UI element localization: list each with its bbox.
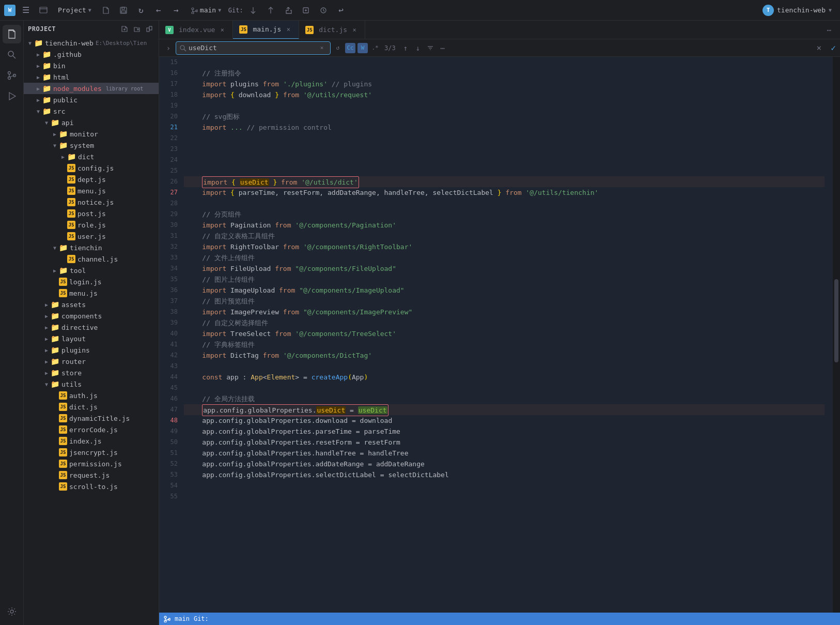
sidebar-item-layout[interactable]: ▶ 📁 layout [24,333,159,344]
tab-index-vue[interactable]: V index.vue × [159,21,233,39]
tab-close-icon[interactable]: × [284,25,292,34]
whole-word-btn[interactable]: W [357,43,368,53]
search-filter-btn[interactable] [425,42,436,54]
sidebar-item-directive[interactable]: ▶ 📁 directive [24,322,159,333]
sidebar-item-auth-js[interactable]: ▶ JS auth.js [24,390,159,401]
sidebar-item-utils[interactable]: ▼ 📁 utils [24,378,159,390]
project-selector[interactable]: Project ▼ [54,5,96,16]
sidebar-item-menu-js-src[interactable]: ▶ JS menu.js [24,287,159,299]
sidebar-item-notice-js[interactable]: ▶ JS notice.js [24,196,159,208]
sidebar-item-public[interactable]: ▶ 📁 public [24,94,159,105]
tree-root[interactable]: ▼ 📁 tienchin-web E:\Desktop\Tien [24,37,159,49]
search-close-btn[interactable]: × [813,42,825,54]
undo-icon[interactable]: ↩ [334,3,348,18]
search-next-btn[interactable]: ↓ [412,42,424,54]
fetch-icon[interactable] [263,3,278,18]
sidebar-item-dict[interactable]: ▶ 📁 dict [24,151,159,162]
activity-files-icon[interactable] [3,25,21,43]
code-line: // 字典标签组件 [184,339,825,350]
code-editor[interactable]: 15 16 17 18 19 20 21 22 23 24 25 [159,57,833,613]
activity-search-icon[interactable] [3,45,21,64]
activity-run-icon[interactable] [3,87,21,105]
sidebar-item-monitor[interactable]: ▶ 📁 monitor [24,128,159,140]
vue-icon: V [165,26,174,34]
sidebar-item-github[interactable]: ▶ 📁 .github [24,49,159,60]
new-file-icon[interactable] [119,24,130,34]
collapse-all-icon[interactable] [144,24,154,34]
search-chevron-icon[interactable]: › [163,43,174,53]
stash-icon[interactable] [299,3,313,18]
chevron-right-icon: ▶ [59,153,67,161]
tab-main-js[interactable]: JS main.js × [233,21,299,39]
js-icon: JS [67,221,75,229]
sidebar-item-src[interactable]: ▼ 📁 src [24,105,159,117]
forward-icon[interactable]: → [169,3,183,18]
sidebar-item-system[interactable]: ▼ 📁 system [24,140,159,151]
sidebar-item-scroll-to-js[interactable]: ▶ JS scroll-to.js [24,481,159,492]
history-icon[interactable] [316,3,331,18]
vertical-scrollbar[interactable] [833,57,840,613]
code-line: // 全局方法挂载 [184,393,825,404]
sidebar-item-html[interactable]: ▶ 📁 html [24,71,159,83]
back-icon[interactable]: ← [151,3,166,18]
sidebar-item-dept-js[interactable]: ▶ JS dept.js [24,174,159,185]
sidebar-item-router[interactable]: ▶ 📁 router [24,356,159,367]
tab-close-icon[interactable]: × [350,26,359,34]
sidebar-item-store[interactable]: ▶ 📁 store [24,367,159,378]
sidebar-item-errorCode-js[interactable]: ▶ JS errorCode.js [24,424,159,435]
file-icon[interactable] [99,3,113,18]
sidebar-item-login-js[interactable]: ▶ JS login.js [24,276,159,287]
sidebar-item-components[interactable]: ▶ 📁 components [24,310,159,322]
sidebar-item-permission-js[interactable]: ▶ JS permission.js [24,458,159,469]
tab-dict-js[interactable]: JS dict.js × [299,21,365,39]
chevron-right-icon: ▶ [42,323,51,331]
sidebar-item-dict-js[interactable]: ▶ JS dict.js [24,401,159,413]
sidebar-item-assets[interactable]: ▶ 📁 assets [24,299,159,310]
tab-close-icon[interactable]: × [218,26,226,34]
scrollbar-thumb[interactable] [834,279,838,362]
branch-chevron-icon: ▼ [218,7,221,13]
code-line: // 自定义树选择组件 [184,317,825,328]
more-actions-icon[interactable]: ⋯ [822,23,836,37]
refresh-icon[interactable]: ↻ [134,3,148,18]
sidebar-item-tool[interactable]: ▶ 📁 tool [24,265,159,276]
sidebar-item-post-js[interactable]: ▶ JS post.js [24,208,159,219]
sidebar-item-api[interactable]: ▼ 📁 api [24,117,159,128]
activity-vcs-icon[interactable] [3,66,21,85]
clear-search-icon[interactable]: × [317,43,327,53]
code-line [184,155,825,165]
sidebar-item-tienchin[interactable]: ▼ 📁 tienchin [24,242,159,253]
hamburger-btn[interactable]: ☰ [19,3,33,18]
search-prev-btn[interactable]: ↑ [400,42,411,54]
regex-btn[interactable]: .* [370,43,380,53]
sidebar-item-role-js[interactable]: ▶ JS role.js [24,219,159,231]
sidebar-item-node-modules[interactable]: ▶ 📁 node_modules library root [24,83,159,94]
case-sensitive-btn[interactable]: Cc [345,43,355,53]
branch-selector[interactable]: main ▼ [186,5,225,16]
sidebar-item-user-js[interactable]: ▶ JS user.js [24,231,159,242]
sidebar-item-config-js[interactable]: ▶ JS config.js [24,162,159,174]
search-input[interactable] [189,44,315,52]
js-icon: JS [67,187,75,195]
sidebar-item-request-js[interactable]: ▶ JS request.js [24,469,159,481]
svg-point-32 [164,620,166,622]
profile-btn[interactable]: T tienchin-web ▼ [758,3,836,18]
sidebar-item-jsencrypt-js[interactable]: ▶ JS jsencrypt.js [24,447,159,458]
sidebar-item-index-js[interactable]: ▶ JS index.js [24,435,159,447]
sidebar-item-dynamicTitle-js[interactable]: ▶ JS dynamicTitle.js [24,413,159,424]
new-folder-icon[interactable] [132,24,142,34]
js-icon: JS [59,471,67,479]
sidebar-item-bin[interactable]: ▶ 📁 bin [24,60,159,71]
sidebar-item-plugins[interactable]: ▶ 📁 plugins [24,344,159,356]
search-more-btn[interactable]: ⋯ [437,42,448,54]
activity-settings-icon[interactable] [3,602,21,621]
sidebar-item-channel-js[interactable]: ▶ JS channel.js [24,253,159,265]
refresh-search-icon[interactable]: ↺ [333,43,343,53]
push-icon[interactable] [281,3,295,18]
line-numbers: 15 16 17 18 19 20 21 22 23 24 25 [159,57,184,613]
js-icon: JS [59,278,67,286]
sidebar-item-menu-js-system[interactable]: ▶ JS menu.js [24,185,159,196]
save-icon[interactable] [116,3,131,18]
chevron-right-icon: ▶ [51,130,59,138]
pull-icon[interactable] [246,3,260,18]
